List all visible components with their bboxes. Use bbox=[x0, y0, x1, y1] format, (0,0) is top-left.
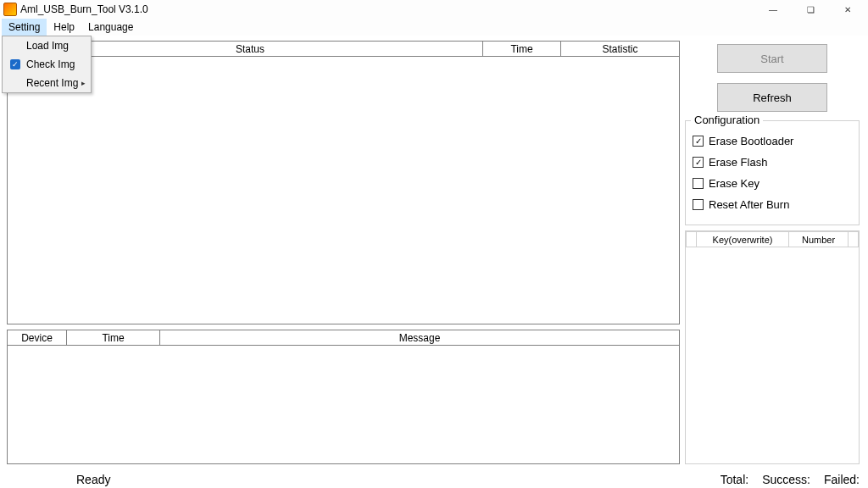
checkbox-icon: ✓ bbox=[693, 157, 704, 168]
log-table-body bbox=[7, 346, 680, 464]
status-total: Total: bbox=[721, 473, 748, 486]
keys-table-col-key: Key(overwrite) bbox=[697, 232, 789, 247]
menu-help[interactable]: Help bbox=[47, 19, 81, 36]
erase-bootloader-checkbox[interactable]: ✓ Erase Bootloader bbox=[693, 135, 852, 147]
checkbox-icon bbox=[693, 199, 704, 210]
keys-table-col-blank-right bbox=[849, 232, 859, 247]
maximize-button[interactable]: ❏ bbox=[792, 0, 829, 19]
status-table-body bbox=[7, 57, 680, 324]
erase-flash-label: Erase Flash bbox=[709, 156, 767, 169]
keys-table-header-row: Key(overwrite) Number bbox=[687, 232, 859, 247]
status-success: Success: bbox=[762, 473, 810, 486]
log-table-col-time: Time bbox=[67, 330, 160, 346]
menu-load-img[interactable]: Load Img bbox=[3, 36, 91, 55]
status-table-col-statistic: Statistic bbox=[561, 42, 680, 57]
log-table-header-row: Device Time Message bbox=[8, 330, 680, 346]
erase-key-label: Erase Key bbox=[709, 177, 760, 190]
log-table: Device Time Message bbox=[7, 330, 680, 346]
reset-after-burn-checkbox[interactable]: Reset After Burn bbox=[693, 198, 852, 211]
status-table-col-time: Time bbox=[483, 42, 561, 57]
status-bar: Ready Total: Success: Failed: bbox=[0, 469, 868, 488]
menu-language[interactable]: Language bbox=[81, 19, 140, 36]
keys-table-col-number: Number bbox=[789, 232, 849, 247]
erase-flash-checkbox[interactable]: ✓ Erase Flash bbox=[693, 156, 852, 169]
status-table-header-row: Status Time Statistic bbox=[8, 42, 680, 57]
keys-table: Key(overwrite) Number bbox=[685, 230, 860, 464]
menu-recent-img[interactable]: Recent Img ▸ bbox=[3, 74, 91, 92]
window-title: Aml_USB_Burn_Tool V3.1.0 bbox=[20, 3, 148, 15]
menu-check-img[interactable]: ✓ Check Img bbox=[3, 55, 91, 74]
app-icon bbox=[3, 3, 17, 16]
menu-setting[interactable]: Setting bbox=[2, 19, 47, 36]
menu-bar: Setting Help Language bbox=[0, 19, 868, 36]
setting-dropdown: Load Img ✓ Check Img Recent Img ▸ bbox=[2, 36, 92, 93]
log-table-col-device: Device bbox=[8, 330, 67, 346]
erase-key-checkbox[interactable]: Erase Key bbox=[693, 177, 852, 190]
checkbox-icon bbox=[693, 178, 704, 189]
configuration-legend: Configuration bbox=[691, 114, 763, 126]
reset-after-burn-label: Reset After Burn bbox=[709, 198, 789, 211]
menu-recent-img-label: Recent Img bbox=[25, 77, 79, 89]
status-failed: Failed: bbox=[824, 473, 860, 486]
erase-bootloader-label: Erase Bootloader bbox=[709, 135, 793, 147]
configuration-group: Configuration ✓ Erase Bootloader ✓ Erase… bbox=[685, 120, 860, 225]
submenu-arrow-icon: ▸ bbox=[79, 79, 86, 87]
refresh-button[interactable]: Refresh bbox=[717, 83, 827, 112]
menu-load-img-label: Load Img bbox=[25, 40, 79, 52]
status-table: Status Time Statistic bbox=[7, 41, 680, 324]
status-ready: Ready bbox=[76, 473, 110, 486]
checkbox-icon: ✓ bbox=[693, 136, 704, 147]
minimize-button[interactable]: — bbox=[754, 0, 792, 19]
keys-table-col-blank-left bbox=[687, 232, 697, 247]
check-icon: ✓ bbox=[10, 59, 20, 69]
menu-check-img-label: Check Img bbox=[25, 58, 79, 70]
start-button[interactable]: Start bbox=[717, 44, 827, 73]
title-bar: Aml_USB_Burn_Tool V3.1.0 — ❏ ✕ bbox=[0, 0, 868, 19]
keys-table-body bbox=[686, 247, 859, 463]
close-button[interactable]: ✕ bbox=[829, 0, 866, 19]
log-table-col-message: Message bbox=[160, 330, 680, 346]
